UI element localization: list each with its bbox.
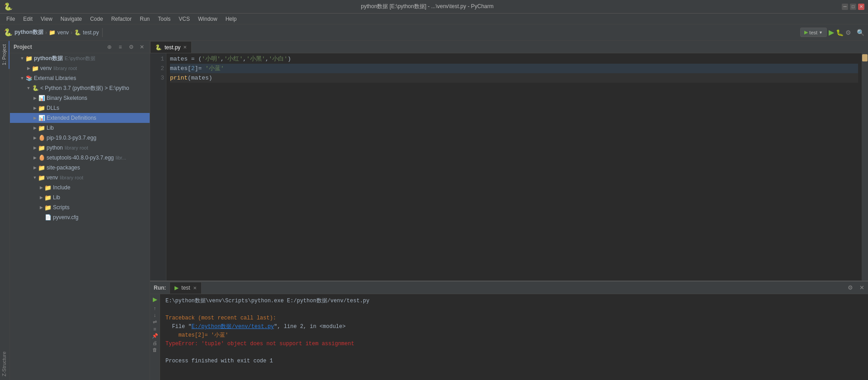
tree-lib2[interactable]: ▶ 📁 Lib bbox=[10, 192, 150, 202]
pip-icon: 🥚 bbox=[38, 134, 45, 141]
tree-dlls[interactable]: ▶ 📁 DLLs bbox=[10, 103, 150, 113]
root-label: python数据 bbox=[34, 55, 63, 62]
tree-ext-libraries[interactable]: ▼ 📚 External Libraries bbox=[10, 73, 150, 83]
settings-button[interactable]: ⚙ bbox=[845, 29, 851, 36]
run-print-icon[interactable]: 🖨 bbox=[152, 340, 157, 346]
debug-button[interactable]: 🐛 bbox=[836, 29, 844, 36]
tree-python37[interactable]: ▼ 🐍 < Python 3.7 (python数据) > E:\pytho bbox=[10, 83, 150, 93]
close-button[interactable]: ✕ bbox=[858, 4, 864, 10]
tree-pip-egg[interactable]: ▶ 🥚 pip-19.0.3-py3.7.egg bbox=[10, 133, 150, 143]
main-area: 1: Project Z-Structure Project ⊕ ≡ ⚙ ✕ ▼… bbox=[0, 41, 868, 380]
run-play-icon[interactable]: ▶ bbox=[153, 296, 157, 303]
run-left-icons: ▶ ↑ ↓ ⇌ ≡ 📌 🖨 🗑 bbox=[150, 294, 160, 380]
editor-area: 🐍 test.py ✕ 1 2 3 mates = ('小明','小红','小黑… bbox=[150, 41, 868, 281]
run-panel: Run: ▶ test ✕ ⚙ ✕ ▶ ↑ ↓ ⇌ ≡ 📌 🖨 bbox=[150, 281, 868, 380]
breadcrumb-root[interactable]: python数据 bbox=[14, 28, 43, 36]
setuptools-icon: 🥚 bbox=[38, 154, 45, 161]
menu-window[interactable]: Window bbox=[194, 15, 221, 23]
tab-close-button[interactable]: ✕ bbox=[183, 45, 187, 50]
root-folder-icon: 📁 bbox=[25, 55, 33, 62]
menu-refactor[interactable]: Refactor bbox=[108, 15, 135, 23]
tree-lib[interactable]: ▶ 📁 Lib bbox=[10, 123, 150, 133]
editor-content: 1 2 3 mates = ('小明','小红','小黑','小白') mate… bbox=[150, 53, 868, 281]
breadcrumb-venv[interactable]: venv bbox=[57, 29, 69, 36]
lib2-label: Lib bbox=[53, 194, 60, 201]
menu-view[interactable]: View bbox=[37, 15, 56, 23]
python-lib-sublabel: library root bbox=[65, 145, 88, 150]
run-filter-icon[interactable]: ≡ bbox=[153, 326, 156, 332]
binary-icon: 📊 bbox=[38, 94, 45, 102]
run-settings-icon[interactable]: ⚙ bbox=[848, 284, 853, 291]
run-scroll-down-icon[interactable]: ↓ bbox=[154, 312, 156, 318]
project-collapse-icon[interactable]: ≡ bbox=[116, 43, 124, 51]
tab-test-py[interactable]: 🐍 test.py ✕ bbox=[150, 41, 192, 53]
line-num-2: 2 bbox=[152, 64, 164, 73]
site-packages-label: site-packages bbox=[47, 164, 80, 171]
vtab-project[interactable]: 1: Project bbox=[0, 41, 9, 69]
python37-label: < Python 3.7 (python数据) > E:\pytho bbox=[40, 84, 129, 92]
tree-venv-node[interactable]: ▼ 📁 venv library root bbox=[10, 173, 150, 183]
run-scroll-up-icon[interactable]: ↑ bbox=[154, 305, 156, 311]
scripts-icon: 📁 bbox=[44, 204, 52, 211]
minimize-button[interactable]: ─ bbox=[842, 4, 848, 10]
code-editor[interactable]: mates = ('小明','小红','小黑','小白') mates[2]= … bbox=[166, 53, 862, 281]
breadcrumb-file[interactable]: test.py bbox=[83, 29, 99, 36]
window-controls[interactable]: ─ □ ✕ bbox=[842, 4, 864, 10]
project-settings-icon[interactable]: ⚙ bbox=[127, 43, 135, 51]
tree-binary-skeletons[interactable]: ▶ 📊 Binary Skeletons bbox=[10, 93, 150, 103]
tree-extended-definitions[interactable]: ▶ 📊 Extended Definitions bbox=[10, 113, 150, 123]
search-everywhere-button[interactable]: 🔍 bbox=[857, 29, 864, 36]
vtab-structure[interactable]: Z-Structure bbox=[0, 348, 9, 380]
run-button[interactable]: ▶ bbox=[829, 28, 834, 37]
run-pin-icon[interactable]: 📌 bbox=[152, 333, 158, 339]
site-packages-icon: 📁 bbox=[38, 164, 45, 171]
site-packages-arrow: ▶ bbox=[32, 164, 38, 171]
tree-root-project[interactable]: ▼ 📁 python数据 E:\python数据 bbox=[10, 53, 150, 63]
run-error-line: TypeError: 'tuple' object does not suppo… bbox=[165, 340, 863, 348]
menu-vcs[interactable]: VCS bbox=[175, 15, 193, 23]
run-tab-label: test bbox=[181, 285, 190, 291]
run-tab-bar: Run: ▶ test ✕ ⚙ ✕ bbox=[150, 281, 868, 294]
run-config-dropdown-icon: ▼ bbox=[819, 30, 823, 35]
tree-scripts[interactable]: ▶ 📁 Scripts bbox=[10, 202, 150, 212]
include-arrow: ▶ bbox=[38, 184, 44, 191]
menu-help[interactable]: Help bbox=[222, 15, 241, 23]
setuptools-sublabel: libr... bbox=[116, 155, 126, 160]
menu-file[interactable]: File bbox=[3, 15, 19, 23]
run-hide-icon[interactable]: ✕ bbox=[859, 284, 864, 291]
setuptools-label: setuptools-40.8.0-py3.7.egg bbox=[47, 155, 114, 161]
run-config-button[interactable]: ▶ test ▼ bbox=[800, 28, 827, 37]
run-file-link[interactable]: E:/python数据/venv/test.py bbox=[192, 324, 274, 330]
run-wrap-icon[interactable]: ⇌ bbox=[153, 319, 157, 325]
ext-lib-label: External Libraries bbox=[34, 75, 76, 81]
menu-run[interactable]: Run bbox=[136, 15, 153, 23]
maximize-button[interactable]: □ bbox=[850, 4, 856, 10]
menu-tools[interactable]: Tools bbox=[154, 15, 174, 23]
run-content: E:\python数据\venv\Scripts\python.exe E:/p… bbox=[160, 294, 868, 380]
tree-venv[interactable]: ▶ 📁 venv library root bbox=[10, 63, 150, 73]
project-hide-icon[interactable]: ✕ bbox=[138, 43, 146, 51]
tree-setuptools[interactable]: ▶ 🥚 setuptools-40.8.0-py3.7.egg libr... bbox=[10, 153, 150, 163]
tree-python-lib[interactable]: ▶ 📁 python library root bbox=[10, 143, 150, 153]
pyvenv-icon: 📄 bbox=[44, 214, 52, 221]
toolbar: 🐍 python数据 › 📁 venv › 🐍 test.py ▶ test ▼… bbox=[0, 24, 868, 41]
menu-edit[interactable]: Edit bbox=[19, 15, 36, 23]
menu-navigate[interactable]: Navigate bbox=[57, 15, 85, 23]
run-command-line: E:\python数据\venv\Scripts\python.exe E:/p… bbox=[165, 297, 863, 305]
line-numbers: 1 2 3 bbox=[150, 53, 166, 281]
venv-arrow: ▶ bbox=[25, 65, 32, 71]
tree-pyvenv[interactable]: 📄 pyvenv.cfg bbox=[10, 212, 150, 222]
run-config-icon: ▶ bbox=[804, 29, 808, 35]
run-tab-close[interactable]: ✕ bbox=[193, 286, 197, 291]
line-num-3: 3 bbox=[152, 73, 164, 83]
menu-code[interactable]: Code bbox=[86, 15, 107, 23]
project-locate-icon[interactable]: ⊕ bbox=[105, 43, 113, 51]
run-tab-test[interactable]: ▶ test ✕ bbox=[170, 282, 201, 294]
tree-site-packages[interactable]: ▶ 📁 site-packages bbox=[10, 163, 150, 173]
root-arrow: ▼ bbox=[19, 55, 25, 61]
toolbar-logo: 🐍 bbox=[4, 28, 13, 37]
run-empty-1 bbox=[165, 305, 863, 314]
tree-include[interactable]: ▶ 📁 Include bbox=[10, 183, 150, 192]
python37-icon: 🐍 bbox=[32, 84, 39, 92]
run-clear-icon[interactable]: 🗑 bbox=[152, 347, 157, 352]
